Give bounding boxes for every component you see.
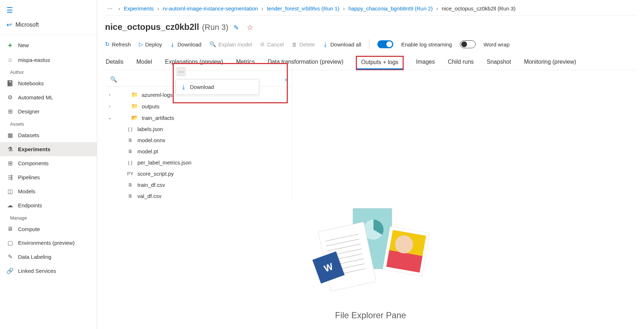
flask-icon: ⚗ bbox=[6, 146, 14, 153]
file-train-df[interactable]: 🗎 train_df.csv bbox=[105, 179, 292, 190]
download-icon: ⭳ bbox=[323, 41, 328, 48]
nav-models[interactable]: ◫ Models bbox=[0, 184, 97, 198]
hamburger-button[interactable]: ☰ bbox=[0, 3, 97, 17]
tab-model[interactable]: Model bbox=[136, 56, 153, 70]
back-link[interactable]: ↩ Microsoft bbox=[0, 17, 97, 32]
trash-icon: 🗑 bbox=[292, 41, 297, 48]
file-per-label-metrics[interactable]: { } per_label_metrics.json bbox=[105, 157, 292, 168]
nav-automl[interactable]: ⚙ Automated ML bbox=[0, 90, 97, 104]
tab-explanations[interactable]: Explanations (preview) bbox=[164, 56, 224, 70]
nav-label: Experiments bbox=[18, 146, 50, 152]
folder-train-artifacts[interactable]: ⌄ 📂 train_artifacts bbox=[105, 112, 292, 123]
toolbar-label: Explain model bbox=[218, 41, 252, 48]
tab-child-runs[interactable]: Child runs bbox=[447, 56, 475, 70]
hamburger-icon: ☰ bbox=[6, 6, 13, 14]
folder-open-icon: 📂 bbox=[131, 114, 138, 121]
tab-snapshot[interactable]: Snapshot bbox=[486, 56, 512, 70]
file-score-script[interactable]: PY score_script.py bbox=[105, 168, 292, 179]
chevron-right-icon: › bbox=[157, 5, 159, 12]
nav-label: Compute bbox=[18, 226, 40, 232]
tab-monitoring[interactable]: Monitoring (preview) bbox=[523, 56, 577, 70]
edit-icon[interactable]: ✎ bbox=[231, 24, 239, 32]
file-labels-json[interactable]: { } labels.json bbox=[105, 123, 292, 135]
file-preview-pane: W File Explorer Pane bbox=[105, 200, 636, 329]
file-icon: 🗎 bbox=[127, 149, 134, 154]
breadcrumb-more[interactable]: ⋯ bbox=[105, 5, 115, 12]
back-label: Microsoft bbox=[15, 22, 39, 28]
download-all-button[interactable]: ⭳ Download all bbox=[323, 41, 361, 48]
nav-label: Pipelines bbox=[18, 174, 40, 180]
file-label: score_script.py bbox=[137, 171, 174, 177]
file-label: model.onnx bbox=[137, 137, 165, 143]
toolbar-label: Cancel bbox=[267, 41, 284, 48]
models-icon: ◫ bbox=[6, 188, 14, 195]
refresh-button[interactable]: ↻ Refresh bbox=[105, 41, 131, 48]
file-val-df[interactable]: 🗎 val_df.csv bbox=[105, 190, 292, 200]
favorite-icon[interactable]: ☆ bbox=[242, 23, 253, 32]
nav-label: Linked Services bbox=[18, 268, 56, 274]
nav-notebooks[interactable]: 📓 Notebooks bbox=[0, 76, 97, 90]
tab-data-transform[interactable]: Data transformation (preview) bbox=[267, 56, 344, 70]
nav-datasets[interactable]: ▦ Datasets bbox=[0, 128, 97, 142]
nav-experiments[interactable]: ⚗ Experiments bbox=[0, 142, 97, 156]
chevron-right-icon: › bbox=[436, 5, 438, 12]
delete-button: 🗑 Delete bbox=[292, 41, 315, 48]
folder-outputs[interactable]: › 📁 outputs bbox=[105, 100, 292, 112]
file-model-onnx[interactable]: 🗎 model.onnx bbox=[105, 135, 292, 146]
json-icon: { } bbox=[127, 126, 134, 132]
components-icon: ⊞ bbox=[6, 160, 14, 167]
placeholder-illustration: W bbox=[309, 208, 432, 302]
nav-pipelines[interactable]: ⇶ Pipelines bbox=[0, 170, 97, 184]
cancel-button: ⊘ Cancel bbox=[260, 41, 284, 48]
nav-new[interactable]: ＋ New bbox=[0, 37, 97, 53]
search-icon[interactable]: 🔍 bbox=[108, 76, 117, 83]
tab-metrics[interactable]: Metrics bbox=[235, 56, 255, 70]
collapse-panel-icon[interactable]: « bbox=[285, 76, 288, 83]
download-button[interactable]: ⭳ Download bbox=[170, 41, 201, 48]
nav-designer[interactable]: ⊞ Designer bbox=[0, 104, 97, 118]
nav-label: Data Labeling bbox=[18, 254, 51, 260]
folder-label: train_artifacts bbox=[142, 115, 174, 121]
cancel-icon: ⊘ bbox=[260, 41, 265, 48]
word-wrap-toggle[interactable] bbox=[460, 40, 476, 48]
file-tree: › 📁 azureml-logs › 📁 outputs ⌄ bbox=[105, 87, 292, 157]
nav-compute[interactable]: 🖥 Compute bbox=[0, 222, 97, 236]
nav-components[interactable]: ⊞ Components bbox=[0, 156, 97, 170]
file-more-button[interactable]: ⋯ bbox=[176, 70, 186, 76]
folder-icon: 📁 bbox=[131, 103, 138, 109]
tab-images[interactable]: Images bbox=[415, 56, 435, 70]
breadcrumb-link[interactable]: happy_chaconia_bgn68nt9 (Run 2) bbox=[348, 5, 432, 12]
deploy-button[interactable]: ▷ Deploy bbox=[139, 41, 162, 48]
breadcrumb-link[interactable]: rv-automl-image-instance-segmentation bbox=[163, 5, 258, 12]
download-icon: ⭳ bbox=[170, 41, 175, 48]
toolbar-label: Download bbox=[177, 41, 201, 48]
breadcrumb-link[interactable]: tender_forest_vrbl9lvs (Run 1) bbox=[267, 5, 340, 12]
breadcrumb-link[interactable]: Experiments bbox=[124, 5, 154, 12]
home-icon: ⌂ bbox=[6, 57, 14, 63]
file-icon: 🗎 bbox=[127, 138, 134, 143]
explain-model-button: 🔍 Explain model bbox=[209, 41, 252, 48]
tab-outputs-logs[interactable]: Outputs + logs bbox=[356, 56, 404, 70]
log-streaming-toggle[interactable] bbox=[377, 40, 393, 48]
nav-linked[interactable]: 🔗 Linked Services bbox=[0, 264, 97, 278]
file-label: model.pt bbox=[137, 148, 158, 154]
nav-datalabeling[interactable]: ✎ Data Labeling bbox=[0, 250, 97, 264]
nav-endpoints[interactable]: ☁ Endpoints bbox=[0, 198, 97, 212]
nav-label: mispa-eastus bbox=[18, 57, 50, 63]
nav-label: Notebooks bbox=[18, 80, 44, 86]
back-arrow-icon: ↩ bbox=[6, 21, 12, 29]
nav-environments[interactable]: ▢ Environments (preview) bbox=[0, 236, 97, 250]
content-split: 🔍 « › 📁 azureml-logs › 📁 outputs bbox=[105, 70, 636, 200]
notebook-icon: 📓 bbox=[6, 80, 14, 87]
python-icon: PY bbox=[127, 171, 134, 176]
pane-hint: File Explorer Pane bbox=[335, 310, 406, 320]
file-model-pt[interactable]: 🗎 model.pt bbox=[105, 146, 292, 157]
tab-details[interactable]: Details bbox=[105, 56, 124, 70]
section-manage: Manage bbox=[0, 212, 97, 222]
search-icon: 🔍 bbox=[209, 41, 216, 48]
refresh-icon: ↻ bbox=[105, 41, 110, 48]
toolbar-separator bbox=[369, 39, 369, 49]
breadcrumb-current: nice_octopus_cz0kb2ll (Run 3) bbox=[442, 5, 516, 12]
context-download[interactable]: ⭳ Download bbox=[176, 80, 259, 94]
nav-workspace[interactable]: ⌂ mispa-eastus bbox=[0, 53, 97, 67]
